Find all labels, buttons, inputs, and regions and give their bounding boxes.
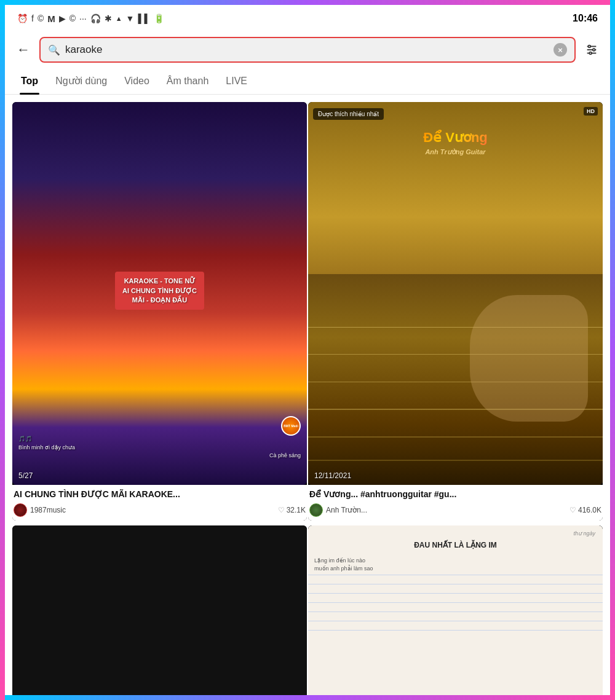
author-avatar-2 bbox=[309, 503, 323, 517]
hand-silhouette bbox=[470, 295, 588, 421]
svg-point-3 bbox=[589, 45, 591, 48]
video-title-1: AI CHUNG TÌNH ĐƯỢC MÃI KARAOKE... bbox=[14, 489, 306, 500]
clear-icon: × bbox=[558, 45, 563, 55]
guitar-title-area: Để Vương Anh Trường Guitar bbox=[423, 130, 488, 156]
status-bar: ⏰ f © M ▶ © ··· 🎧 ✱ ▲ ▼ ▌▌ 🔋 10:46 bbox=[5, 5, 610, 32]
karaoke-title-line1: KARAOKE - TONE NỮ bbox=[122, 277, 197, 286]
thumb-inner-3: Khuê Mộc Lang bbox=[12, 525, 307, 695]
back-button[interactable]: ← bbox=[12, 39, 34, 61]
search-area: ← 🔍 karaoke × bbox=[5, 32, 610, 68]
search-query-text[interactable]: karaoke bbox=[65, 44, 549, 56]
karaoke-subtitle: 🎵🎵 Bình minh ơi dậy chưa Cà phê sáng bbox=[18, 435, 301, 460]
alarm-icon: ⏰ bbox=[17, 14, 28, 23]
status-time: 10:46 bbox=[573, 13, 598, 24]
paper-thumb: thư ngày ĐAU NHẤT LÀ LẶNG IM Lặng im đến… bbox=[308, 525, 603, 695]
karaoke-logo: BMT Medi bbox=[281, 416, 301, 436]
svg-point-4 bbox=[593, 49, 595, 51]
outer-border-right bbox=[610, 0, 615, 700]
karaoke-sub3: Cà phê sáng bbox=[18, 452, 301, 460]
video-thumbnail-2: Được thích nhiều nhất HD Để Vương Anh Tr… bbox=[308, 102, 603, 485]
video-grid-row1: KARAOKE - TONE NỮ AI CHUNG TÌNH ĐƯỢC MÃI… bbox=[5, 95, 610, 521]
back-arrow-icon: ← bbox=[17, 42, 30, 58]
search-tabs: Top Người dùng Video Âm thanh LIVE bbox=[5, 68, 610, 95]
guitar-title-sub: Anh Trường Guitar bbox=[423, 148, 488, 156]
most-liked-badge: Được thích nhiều nhất bbox=[313, 108, 384, 120]
more-icon: ··· bbox=[79, 14, 87, 23]
filter-button[interactable] bbox=[581, 39, 603, 61]
video-thumbnail-4: thư ngày ĐAU NHẤT LÀ LẶNG IM Lặng im đến… bbox=[308, 525, 603, 695]
phone-content: ⏰ f © M ▶ © ··· 🎧 ✱ ▲ ▼ ▌▌ 🔋 10:46 ← 🔍 k… bbox=[5, 5, 610, 695]
karaoke-sub1: 🎵🎵 bbox=[18, 435, 301, 444]
copyright-icon: © bbox=[38, 14, 44, 23]
outer-border-bottom bbox=[0, 695, 615, 700]
video-card-1[interactable]: KARAOKE - TONE NỮ AI CHUNG TÌNH ĐƯỢC MÃI… bbox=[12, 102, 307, 521]
video-date-2: 12/11/2021 bbox=[314, 471, 351, 480]
video-meta-2: Anh Trườn... ♡ 416.0K bbox=[309, 503, 601, 517]
video-grid-row2: Khuê Mộc Lang thư ngày ĐAU NHẤT LÀ LẶNG … bbox=[5, 521, 610, 695]
thumb-inner-4: thư ngày ĐAU NHẤT LÀ LẶNG IM Lặng im đến… bbox=[308, 525, 603, 695]
search-clear-button[interactable]: × bbox=[554, 43, 567, 57]
video-likes-1: ♡ 32.1K bbox=[278, 506, 306, 514]
video-card-3[interactable]: Khuê Mộc Lang bbox=[12, 525, 307, 695]
gmail-icon: M bbox=[47, 14, 55, 24]
bluetooth-icon: ✱ bbox=[105, 14, 112, 23]
video-info-1: AI CHUNG TÌNH ĐƯỢC MÃI KARAOKE... 1987mu… bbox=[12, 485, 307, 521]
battery-icon: 🔋 bbox=[154, 14, 164, 23]
video-info-2: Để Vương... #anhtruongguitar #gu... Anh … bbox=[308, 485, 603, 521]
karaoke-title-line3: MÃI - ĐOẠN ĐẦU bbox=[122, 296, 197, 305]
headphones-icon: 🎧 bbox=[90, 14, 101, 23]
author-name-2: Anh Trườn... bbox=[326, 506, 367, 514]
video-meta-1: 1987music ♡ 32.1K bbox=[14, 503, 306, 517]
paper-title: ĐAU NHẤT LÀ LẶNG IM bbox=[314, 541, 597, 549]
facebook-icon: f bbox=[31, 14, 34, 23]
tab-nguoi-dung[interactable]: Người dùng bbox=[47, 68, 116, 94]
karaoke-title-line2: AI CHUNG TÌNH ĐƯỢC bbox=[122, 286, 197, 296]
video-author-2: Anh Trườn... bbox=[309, 503, 367, 517]
status-icons-left: ⏰ f © M ▶ © ··· 🎧 ✱ ▲ ▼ ▌▌ 🔋 bbox=[17, 14, 164, 24]
video-card-2[interactable]: Được thích nhiều nhất HD Để Vương Anh Tr… bbox=[308, 102, 603, 521]
karaoke-thumb: KARAOKE - TONE NỮ AI CHUNG TÌNH ĐƯỢC MÃI… bbox=[12, 102, 307, 485]
video-date-1: 5/27 bbox=[18, 471, 33, 480]
hd-badge: HD bbox=[584, 107, 598, 116]
tab-top[interactable]: Top bbox=[12, 68, 47, 94]
guitar-body bbox=[308, 274, 603, 484]
tab-video[interactable]: Video bbox=[116, 68, 158, 94]
karaoke-sub2: Bình minh ơi dậy chưa bbox=[18, 444, 301, 452]
likes-count-1: 32.1K bbox=[287, 506, 306, 514]
thumb-inner-2: Được thích nhiều nhất HD Để Vương Anh Tr… bbox=[308, 102, 603, 485]
video-title-2: Để Vương... #anhtruongguitar #gu... bbox=[309, 489, 601, 500]
filter-icon bbox=[585, 43, 598, 57]
heart-icon-1: ♡ bbox=[278, 506, 285, 514]
signal-arrow-icon: ▲ bbox=[116, 15, 122, 22]
outer-border-left bbox=[0, 0, 5, 700]
play-icon: ▶ bbox=[59, 14, 66, 23]
paper-sub1: Lặng im đến lúc nào bbox=[314, 557, 365, 564]
outer-border-top bbox=[0, 0, 615, 5]
paper-lines bbox=[308, 575, 603, 695]
thumb-inner-1: KARAOKE - TONE NỮ AI CHUNG TÌNH ĐƯỢC MÃI… bbox=[12, 102, 307, 485]
author-name-1: 1987music bbox=[30, 506, 66, 514]
video-thumbnail-3: Khuê Mộc Lang bbox=[12, 525, 307, 695]
tab-live[interactable]: LIVE bbox=[217, 68, 256, 94]
paper-header-text: thư ngày bbox=[573, 530, 595, 537]
dark-thumb: Khuê Mộc Lang bbox=[12, 525, 307, 695]
video-card-4[interactable]: thư ngày ĐAU NHẤT LÀ LẶNG IM Lặng im đến… bbox=[308, 525, 603, 695]
video-likes-2: ♡ 416.0K bbox=[569, 506, 601, 514]
heart-icon-2: ♡ bbox=[569, 506, 576, 514]
svg-point-5 bbox=[589, 52, 592, 55]
search-icon: 🔍 bbox=[48, 44, 60, 56]
karaoke-title-box: KARAOKE - TONE NỮ AI CHUNG TÌNH ĐƯỢC MÃI… bbox=[115, 272, 204, 310]
tab-am-thanh[interactable]: Âm thanh bbox=[158, 68, 217, 94]
search-box[interactable]: 🔍 karaoke × bbox=[39, 37, 576, 63]
author-avatar-1 bbox=[14, 503, 27, 517]
wifi-icon: ▼ bbox=[126, 14, 135, 23]
video-thumbnail-1: KARAOKE - TONE NỮ AI CHUNG TÌNH ĐƯỢC MÃI… bbox=[12, 102, 307, 485]
guitar-thumb: Được thích nhiều nhất HD Để Vương Anh Tr… bbox=[308, 102, 603, 485]
guitar-title-main: Để Vương bbox=[423, 130, 488, 146]
paper-sub2: muốn anh phải làm sao bbox=[314, 565, 373, 572]
likes-count-2: 416.0K bbox=[578, 506, 601, 514]
signal-bars-icon: ▌▌ bbox=[138, 14, 150, 23]
video-author-1: 1987music bbox=[14, 503, 66, 517]
copyright2-icon: © bbox=[69, 14, 76, 23]
